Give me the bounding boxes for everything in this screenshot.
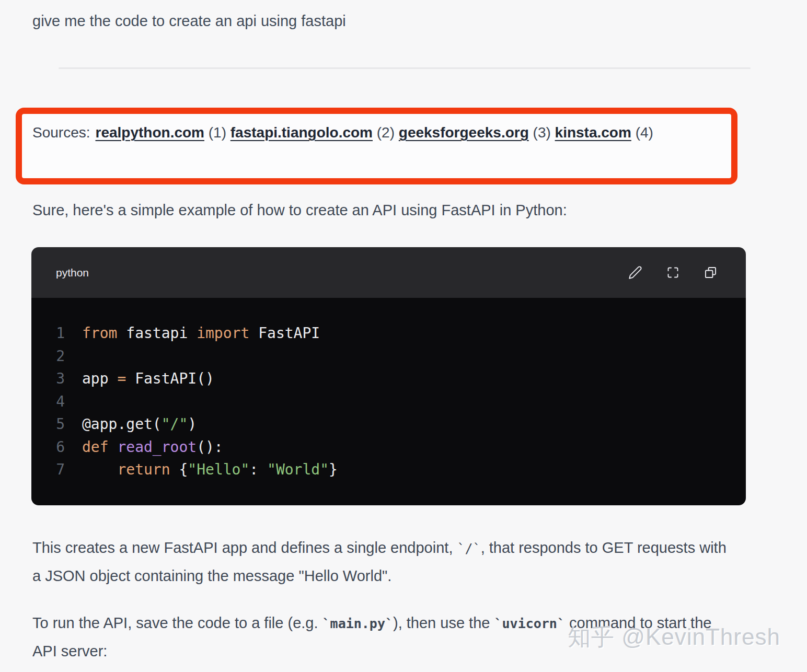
paragraph-text: ), then use the	[393, 615, 494, 631]
code-body: 1from fastapi import FastAPI23app = Fast…	[31, 298, 746, 505]
sources-links: realpython.com (1) fastapi.tiangolo.com …	[96, 124, 653, 141]
inline-code: `uvicorn`	[494, 616, 565, 631]
code-line-2: 2	[31, 345, 746, 368]
line-number: 2	[31, 347, 65, 365]
line-number: 5	[31, 415, 65, 433]
code-language-label: python	[56, 267, 89, 279]
chat-page: give me the code to create an api using …	[0, 0, 807, 672]
sources-line: Sources:realpython.com (1) fastapi.tiang…	[32, 119, 721, 146]
source-link-kinsta.com[interactable]: kinsta.com	[555, 124, 631, 141]
code-block: python	[31, 247, 746, 505]
source-link-realpython.com[interactable]: realpython.com	[96, 124, 204, 141]
code-text: @app.get("/")	[65, 415, 197, 433]
answer-intro: Sure, here's a simple example of how to …	[32, 201, 567, 219]
code-text: app = FastAPI()	[65, 370, 214, 387]
line-number: 7	[31, 461, 65, 478]
code-block-header: python	[31, 247, 746, 298]
paragraph-text: This creates a new FastAPI app and defin…	[32, 539, 457, 556]
line-number: 3	[31, 370, 65, 387]
line-number: 1	[31, 325, 65, 342]
code-line-5: 5@app.get("/")	[31, 413, 746, 436]
source-link-fastapi.tiangolo.com[interactable]: fastapi.tiangolo.com	[230, 124, 373, 141]
answer-paragraph-1: This creates a new FastAPI app and defin…	[32, 534, 737, 589]
paragraph-text: To run the API, save the code to a file …	[32, 615, 322, 631]
edit-icon[interactable]	[628, 265, 642, 280]
message-divider	[59, 67, 751, 69]
inline-code: `/`	[457, 541, 481, 556]
code-text: def read_root():	[65, 438, 223, 456]
source-marker: (4)	[631, 124, 653, 141]
user-prompt: give me the code to create an api using …	[32, 11, 346, 30]
code-text: return {"Hello": "World"}	[65, 461, 338, 478]
code-line-3: 3app = FastAPI()	[31, 367, 746, 390]
sources-label: Sources:	[32, 124, 90, 141]
inline-code: `main.py`	[322, 616, 393, 631]
line-number: 4	[31, 393, 65, 410]
source-marker: (1)	[204, 124, 230, 141]
code-line-6: 6def read_root():	[31, 436, 746, 459]
line-number: 6	[31, 438, 65, 456]
code-line-7: 7 return {"Hello": "World"}	[31, 458, 746, 481]
source-marker: (3)	[529, 124, 555, 141]
source-link-geeksforgeeks.org[interactable]: geeksforgeeks.org	[399, 124, 529, 141]
code-line-4: 4	[31, 390, 746, 413]
code-line-1: 1from fastapi import FastAPI	[31, 322, 746, 345]
expand-icon[interactable]	[666, 265, 680, 280]
copy-icon[interactable]	[704, 265, 718, 280]
sources-highlight-box: Sources:realpython.com (1) fastapi.tiang…	[16, 108, 737, 184]
code-toolbar	[628, 265, 718, 280]
source-marker: (2)	[373, 124, 399, 141]
code-text: from fastapi import FastAPI	[65, 325, 320, 342]
watermark: 知乎 @KevinThresh	[568, 622, 780, 653]
